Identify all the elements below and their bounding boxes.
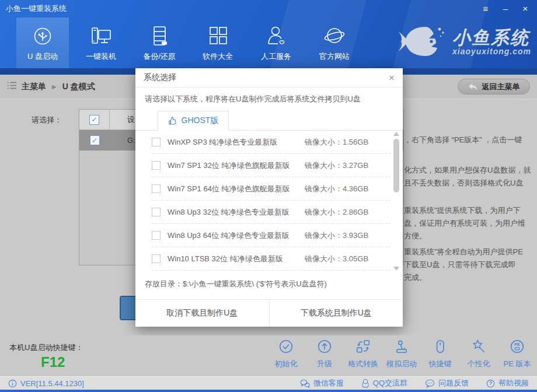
- joystick-icon: [394, 339, 409, 356]
- system-checkbox[interactable]: [152, 231, 161, 240]
- select-all-cell: ✓: [79, 110, 110, 130]
- download-and-make-button[interactable]: 下载系统且制作U盘: [270, 300, 403, 327]
- device-checkbox-cell: ✓: [79, 130, 110, 150]
- system-list-item[interactable]: WinXP SP3 纯净绿色专业最新版 镜像大小：1.56GB: [152, 131, 390, 154]
- tab-strip: GHOST版: [135, 111, 403, 131]
- status-link-label: 帮助视频: [498, 378, 529, 388]
- tool-simulate-boot[interactable]: 模拟启动: [386, 339, 417, 369]
- question-circle-icon: ?: [486, 379, 495, 388]
- system-list-item[interactable]: Win10 LTSB 32位 纯净绿色最新版 镜像大小：3.05GB: [152, 247, 390, 271]
- system-name: Win7 SP1 32位 纯净绿色旗舰最新版: [168, 160, 305, 171]
- arrow-up-circle-icon: [317, 339, 332, 356]
- menu-icon[interactable]: ≡: [480, 3, 491, 15]
- nav-item-usb-boot[interactable]: U 盘启动: [16, 18, 69, 68]
- usb-icon: [31, 24, 54, 48]
- system-list-item[interactable]: Win7 SP1 32位 纯净绿色旗舰最新版 镜像大小：3.27GB: [152, 154, 390, 177]
- titlebar: 小鱼一键重装系统 ≡ – ×: [0, 0, 537, 18]
- info-icon: [8, 379, 17, 388]
- nav-label: 人工服务: [261, 51, 291, 62]
- tool-initialize[interactable]: 初始化: [271, 339, 301, 369]
- tool-label: 快捷键: [429, 359, 452, 369]
- system-checkbox[interactable]: [152, 208, 161, 216]
- nav-item-backup-restore[interactable]: 备份/还原: [133, 18, 186, 68]
- breadcrumb-current: U 盘模式: [62, 82, 95, 92]
- close-icon[interactable]: ×: [519, 3, 531, 15]
- system-checkbox[interactable]: [152, 254, 161, 263]
- wechat-support-link[interactable]: 微信客服: [300, 378, 344, 388]
- system-name: Win7 SP1 64位 纯净绿色旗舰最新版: [168, 184, 305, 194]
- breadcrumb-root[interactable]: 主菜单: [22, 82, 46, 92]
- planet-icon: [322, 24, 347, 48]
- save-path-note: 存放目录：$:\小鱼一键重装系统\ ('$'符号表示U盘盘符): [135, 272, 403, 295]
- system-name: WinXP SP3 纯净绿色专业最新版: [168, 137, 305, 148]
- nav-item-website[interactable]: 官方网站: [308, 18, 361, 68]
- nav-label: U 盘启动: [27, 51, 58, 62]
- nav-label: 备份/还原: [143, 51, 176, 62]
- boot-hotkey-value: F12: [41, 354, 65, 370]
- status-link-label: 问题反馈: [438, 378, 469, 388]
- minimize-icon[interactable]: –: [500, 3, 511, 15]
- tab-label: GHOST版: [182, 116, 219, 126]
- apps-grid-icon: [206, 24, 229, 48]
- back-to-main-menu-button[interactable]: 返回主菜单: [458, 79, 530, 94]
- nav-label: 一键装机: [86, 51, 116, 62]
- system-list-item[interactable]: Win8 Up3 64位 纯净绿色专业最新版 镜像大小：3.93GB: [152, 224, 390, 247]
- tool-hotkeys[interactable]: 快捷键: [425, 339, 455, 369]
- nav-item-support[interactable]: 人工服务: [250, 18, 302, 68]
- help-line: 重装系统"将全程自动为用户提供PE: [404, 247, 537, 257]
- status-links: 微信客服 QQ交流群 问题反馈 ? 帮助视频: [300, 378, 529, 388]
- help-line: 盘，保证用户有系统可装，为用户维: [404, 218, 537, 229]
- tab-ghost-edition[interactable]: GHOST版: [158, 111, 229, 131]
- svg-text:?: ?: [489, 380, 492, 386]
- feedback-bubble-icon: [425, 379, 435, 388]
- system-size: 镜像大小：3.93GB: [305, 230, 390, 241]
- nav-item-one-key-install[interactable]: 一键装机: [75, 18, 127, 68]
- person-icon: [264, 24, 288, 48]
- magic-star-icon: [471, 339, 486, 356]
- system-size: 镜像大小：4.36GB: [305, 184, 390, 194]
- qq-group-link[interactable]: QQ交流群: [361, 378, 407, 388]
- device-checkbox[interactable]: ✓: [90, 135, 100, 145]
- system-list-item[interactable]: Win8 Up3 32位 纯净绿色专业最新版 镜像大小：2.86GB: [152, 201, 390, 224]
- nav-item-software[interactable]: 软件大全: [191, 18, 244, 68]
- help-line: 且不丢失数据，否则选择格式化U盘: [404, 178, 537, 188]
- dialog-title: 系统选择: [144, 72, 176, 83]
- bottom-panel: 本机U盘启动快捷键： F12 初始化 升级 格式转换 模拟启动 快捷键: [0, 335, 537, 376]
- scrollbar[interactable]: [393, 132, 400, 271]
- version-info: VER[11.5.44.1230]: [8, 379, 84, 388]
- tool-upgrade[interactable]: 升级: [309, 339, 340, 369]
- svg-text:PE: PE: [514, 342, 520, 346]
- brand-name: 小鱼系统: [452, 29, 531, 47]
- qq-penguin-icon: [361, 379, 369, 388]
- nav-label: 官方网站: [319, 51, 350, 62]
- system-checkbox[interactable]: [152, 161, 161, 170]
- help-line: 重装系统"提供系统下载，为用户下: [404, 205, 537, 216]
- select-all-checkbox[interactable]: ✓: [89, 115, 99, 125]
- scrollbar-thumb[interactable]: [393, 139, 399, 192]
- tool-label: 格式转换: [348, 359, 378, 369]
- tool-format-convert[interactable]: 格式转换: [348, 339, 378, 369]
- system-name: Win8 Up3 64位 纯净绿色专业最新版: [168, 230, 305, 241]
- tool-label: 升级: [317, 359, 332, 369]
- system-checkbox[interactable]: [152, 138, 161, 146]
- scroll-down-icon[interactable]: [393, 267, 399, 271]
- wechat-icon: [300, 379, 310, 388]
- help-line: 下载至U盘，只需等待下载完成即: [404, 260, 537, 270]
- cancel-download-button[interactable]: 取消下载且制作U盘: [135, 300, 270, 327]
- feedback-link[interactable]: 问题反馈: [425, 378, 469, 388]
- system-name: Win10 LTSB 32位 纯净绿色最新版: [168, 254, 305, 264]
- pe-version-icon: PE: [510, 339, 525, 356]
- help-video-link[interactable]: ? 帮助视频: [486, 378, 529, 388]
- window-bottom-border: [0, 390, 537, 392]
- tool-pe-version[interactable]: PE PE 版本: [502, 339, 532, 369]
- system-list-item[interactable]: Win7 SP1 64位 纯净绿色旗舰最新版 镜像大小：4.36GB: [152, 177, 390, 201]
- dialog-footer: 取消下载且制作U盘 下载系统且制作U盘: [135, 299, 403, 327]
- dialog-close-icon[interactable]: ×: [389, 73, 395, 83]
- system-size: 镜像大小：1.56GB: [305, 137, 390, 148]
- scroll-up-icon[interactable]: [393, 132, 399, 136]
- system-checkbox[interactable]: [152, 184, 161, 193]
- tool-personalize[interactable]: 个性化: [463, 339, 494, 369]
- brand-domain: xiaoyuxitong.com: [452, 47, 531, 56]
- back-button-label: 返回主菜单: [482, 82, 520, 92]
- brand-logo: 小鱼系统 xiaoyuxitong.com: [395, 23, 531, 62]
